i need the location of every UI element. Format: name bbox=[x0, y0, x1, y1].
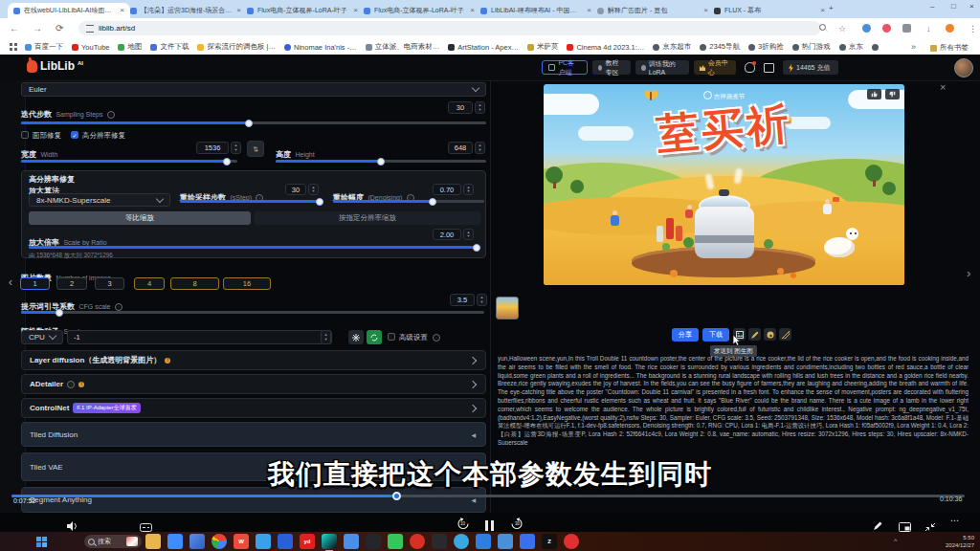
bookmark[interactable]: 地图 bbox=[118, 42, 142, 52]
taskbar-app-baidu-netdisk[interactable] bbox=[344, 534, 359, 549]
taskbar-app-photos[interactable] bbox=[189, 534, 205, 549]
bookmark[interactable]: 热门游戏 bbox=[792, 42, 831, 52]
browser-tab[interactable]: FLUX - 幕布 × bbox=[708, 3, 831, 18]
thumbs-up-button[interactable] bbox=[867, 89, 881, 99]
taskbar-app-chrome[interactable] bbox=[212, 534, 227, 549]
bookmark[interactable]: Cinema 4d 2023.1:… bbox=[567, 43, 644, 52]
bookmark[interactable]: 京东超市 bbox=[653, 42, 691, 52]
tray-expand-icon[interactable]: ^ bbox=[894, 538, 897, 544]
reuse-seed-button[interactable] bbox=[367, 330, 382, 344]
count-option-16[interactable]: 16 bbox=[223, 277, 271, 290]
cfg-stepper[interactable]: ▲▼ bbox=[477, 294, 487, 306]
next-image-arrow-icon[interactable]: › bbox=[967, 266, 970, 280]
taskbar-app-xunlei[interactable] bbox=[167, 534, 183, 549]
slider-handle[interactable] bbox=[316, 198, 323, 206]
taskbar-app-qq-browser[interactable] bbox=[454, 534, 469, 549]
liblib-logo[interactable]: LibLib AI bbox=[27, 60, 83, 73]
resize-button[interactable] bbox=[779, 328, 791, 341]
denoising-input[interactable] bbox=[433, 184, 461, 195]
bookmark[interactable]: 2345导航 bbox=[700, 42, 740, 52]
slider-handle[interactable] bbox=[245, 120, 253, 127]
hires-steps-input[interactable] bbox=[285, 184, 306, 195]
download-button[interactable]: 下载 bbox=[702, 328, 729, 342]
address-bar[interactable]: liblib.art/sd bbox=[78, 21, 821, 35]
slider-handle[interactable] bbox=[473, 244, 480, 252]
controlnet-row[interactable]: ControlNet F.1 IP-Adapter全球首发 bbox=[21, 398, 486, 418]
count-option-8[interactable]: 8 bbox=[170, 277, 219, 290]
slider-handle[interactable] bbox=[56, 309, 63, 317]
taskbar-clock[interactable]: 5:50 2024/12/27 bbox=[946, 534, 974, 549]
random-seed-button[interactable] bbox=[348, 330, 364, 344]
taskbar-app-wps[interactable]: W bbox=[234, 534, 249, 549]
seed-input[interactable] bbox=[67, 330, 332, 344]
taskbar-app-recorder[interactable] bbox=[410, 534, 425, 549]
notifications-bell-icon[interactable] bbox=[745, 62, 755, 73]
taskbar-app-calculator[interactable] bbox=[520, 534, 535, 549]
bookmark[interactable]: 京东 bbox=[839, 42, 863, 52]
bookmark[interactable]: 百度一下 bbox=[25, 42, 63, 52]
taskbar-app-obs[interactable] bbox=[366, 534, 381, 549]
denoising-stepper[interactable]: ▲▼ bbox=[463, 184, 474, 195]
window-close-button[interactable]: × bbox=[969, 2, 974, 11]
taskbar-app-quark[interactable] bbox=[256, 534, 271, 549]
adetailer-row[interactable]: ADetailer i ! bbox=[21, 374, 486, 394]
taskbar-search[interactable]: 搜索 bbox=[84, 535, 142, 548]
scale-ratio-stepper[interactable]: ▲▼ bbox=[463, 229, 474, 240]
swap-dimensions-button[interactable]: ⇄ bbox=[247, 141, 264, 157]
all-bookmarks-button[interactable]: 所有书签 bbox=[930, 43, 969, 53]
height-stepper[interactable]: ▲▼ bbox=[475, 142, 485, 154]
bookmark[interactable]: 3折购抢 bbox=[748, 42, 784, 52]
extension-icon-orange[interactable] bbox=[946, 24, 954, 33]
bookmark[interactable]: Ninomae Ina'nis -… bbox=[284, 43, 357, 52]
collapse-panel-icon[interactable]: ‹ bbox=[9, 276, 12, 289]
width-stepper[interactable]: ▲▼ bbox=[231, 142, 241, 154]
upscaler-select[interactable]: 8x-NMKD-Superscale bbox=[29, 193, 170, 207]
bookmark-star-icon[interactable]: ☆ bbox=[838, 23, 846, 34]
taskbar-app-power[interactable] bbox=[564, 534, 579, 549]
tune-icon[interactable] bbox=[86, 25, 94, 33]
share-button[interactable]: 分享 bbox=[672, 328, 699, 342]
bookmark[interactable]: 探索流行的调色板 |… bbox=[197, 42, 276, 52]
window-minimize-button[interactable]: – bbox=[930, 2, 934, 11]
zoom-search-icon[interactable] bbox=[819, 24, 826, 31]
thumbs-down-button[interactable] bbox=[885, 89, 900, 99]
slider-handle[interactable] bbox=[377, 158, 385, 165]
scale-by-ratio-tab[interactable]: 等比缩放 bbox=[29, 211, 251, 225]
refresh-icon[interactable]: ⟳ bbox=[56, 23, 63, 34]
bookmark[interactable]: ArtStation - Apex… bbox=[448, 43, 519, 52]
browser-tab-active[interactable]: 在线webUI-LibLibAI-AI绘图工… × bbox=[8, 3, 130, 18]
browser-menu-kebab-icon[interactable]: ⋮ bbox=[969, 23, 977, 34]
bookmark[interactable]: 立体派、电商素材… bbox=[366, 42, 440, 52]
height-input[interactable] bbox=[448, 142, 473, 154]
taskbar-app-tencent-video[interactable] bbox=[278, 534, 293, 549]
bookmark[interactable]: 天猫超市 bbox=[872, 42, 881, 52]
count-option-2[interactable]: 2 bbox=[56, 277, 87, 290]
credits-recharge-button[interactable]: 14465 充值 bbox=[783, 60, 838, 75]
apps-grid-icon[interactable] bbox=[10, 43, 17, 51]
downloads-icon[interactable]: ↓ bbox=[926, 23, 931, 34]
tiled-diffusion-row[interactable]: Tiled Diffusion ◀ bbox=[21, 422, 486, 447]
taskbar-app-zoomit[interactable]: Z bbox=[542, 534, 557, 549]
forward-icon[interactable]: → bbox=[33, 23, 42, 34]
count-option-4[interactable]: 4 bbox=[134, 277, 165, 290]
new-tab-button[interactable]: + bbox=[829, 4, 834, 12]
taskbar-app-media-player[interactable] bbox=[432, 534, 447, 549]
extras-button[interactable] bbox=[764, 328, 776, 341]
slider-handle[interactable] bbox=[429, 198, 436, 206]
close-result-icon[interactable]: × bbox=[940, 81, 946, 93]
width-input[interactable] bbox=[196, 142, 229, 154]
window-maximize-button[interactable]: □ bbox=[951, 2, 956, 11]
scale-by-resolution-tab[interactable]: 按指定分辨率缩放 bbox=[255, 211, 480, 225]
count-option-3[interactable]: 3 bbox=[95, 277, 124, 290]
bookmarks-overflow-icon[interactable]: » bbox=[911, 42, 916, 52]
scale-ratio-input[interactable] bbox=[433, 229, 461, 240]
assets-folder-icon[interactable] bbox=[764, 63, 774, 73]
bookmark[interactable]: 米萨莫 bbox=[527, 42, 559, 52]
seed-stepper[interactable]: ▲▼ bbox=[321, 330, 331, 344]
generated-image[interactable]: 吉祥蒸煮节 荎买祈 莳壳逛 bbox=[544, 84, 904, 285]
inpaint-button[interactable] bbox=[748, 328, 761, 341]
gallery-thumbnail[interactable] bbox=[496, 297, 519, 320]
extension-icon-red[interactable] bbox=[882, 24, 891, 33]
count-option-1[interactable]: 1 bbox=[20, 277, 50, 290]
sampling-steps-input[interactable] bbox=[448, 101, 473, 114]
